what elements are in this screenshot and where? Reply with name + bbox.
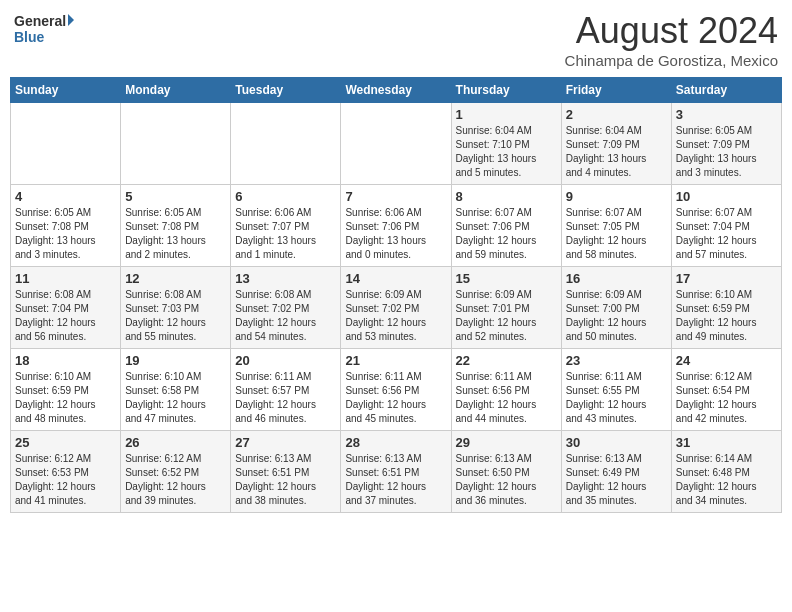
table-cell: 20Sunrise: 6:11 AM Sunset: 6:57 PM Dayli… <box>231 349 341 431</box>
day-number: 4 <box>15 189 116 204</box>
day-number: 27 <box>235 435 336 450</box>
cell-info: Sunrise: 6:09 AM Sunset: 7:02 PM Dayligh… <box>345 288 446 344</box>
svg-text:Blue: Blue <box>14 29 45 45</box>
day-number: 18 <box>15 353 116 368</box>
cell-info: Sunrise: 6:13 AM Sunset: 6:50 PM Dayligh… <box>456 452 557 508</box>
weekday-header-saturday: Saturday <box>671 78 781 103</box>
day-number: 19 <box>125 353 226 368</box>
day-number: 23 <box>566 353 667 368</box>
table-cell: 23Sunrise: 6:11 AM Sunset: 6:55 PM Dayli… <box>561 349 671 431</box>
cell-info: Sunrise: 6:11 AM Sunset: 6:57 PM Dayligh… <box>235 370 336 426</box>
cell-info: Sunrise: 6:09 AM Sunset: 7:00 PM Dayligh… <box>566 288 667 344</box>
table-cell: 7Sunrise: 6:06 AM Sunset: 7:06 PM Daylig… <box>341 185 451 267</box>
day-number: 17 <box>676 271 777 286</box>
calendar-table: SundayMondayTuesdayWednesdayThursdayFrid… <box>10 77 782 513</box>
table-cell: 9Sunrise: 6:07 AM Sunset: 7:05 PM Daylig… <box>561 185 671 267</box>
cell-info: Sunrise: 6:12 AM Sunset: 6:53 PM Dayligh… <box>15 452 116 508</box>
table-cell: 2Sunrise: 6:04 AM Sunset: 7:09 PM Daylig… <box>561 103 671 185</box>
table-cell <box>121 103 231 185</box>
cell-info: Sunrise: 6:13 AM Sunset: 6:51 PM Dayligh… <box>235 452 336 508</box>
cell-info: Sunrise: 6:10 AM Sunset: 6:59 PM Dayligh… <box>676 288 777 344</box>
cell-info: Sunrise: 6:05 AM Sunset: 7:09 PM Dayligh… <box>676 124 777 180</box>
day-number: 6 <box>235 189 336 204</box>
cell-info: Sunrise: 6:04 AM Sunset: 7:09 PM Dayligh… <box>566 124 667 180</box>
table-cell: 15Sunrise: 6:09 AM Sunset: 7:01 PM Dayli… <box>451 267 561 349</box>
table-cell: 29Sunrise: 6:13 AM Sunset: 6:50 PM Dayli… <box>451 431 561 513</box>
cell-info: Sunrise: 6:06 AM Sunset: 7:06 PM Dayligh… <box>345 206 446 262</box>
cell-info: Sunrise: 6:08 AM Sunset: 7:02 PM Dayligh… <box>235 288 336 344</box>
day-number: 20 <box>235 353 336 368</box>
table-cell: 18Sunrise: 6:10 AM Sunset: 6:59 PM Dayli… <box>11 349 121 431</box>
table-cell: 10Sunrise: 6:07 AM Sunset: 7:04 PM Dayli… <box>671 185 781 267</box>
cell-info: Sunrise: 6:08 AM Sunset: 7:03 PM Dayligh… <box>125 288 226 344</box>
table-cell: 8Sunrise: 6:07 AM Sunset: 7:06 PM Daylig… <box>451 185 561 267</box>
table-cell: 26Sunrise: 6:12 AM Sunset: 6:52 PM Dayli… <box>121 431 231 513</box>
weekday-header-sunday: Sunday <box>11 78 121 103</box>
weekday-header-wednesday: Wednesday <box>341 78 451 103</box>
cell-info: Sunrise: 6:07 AM Sunset: 7:04 PM Dayligh… <box>676 206 777 262</box>
cell-info: Sunrise: 6:08 AM Sunset: 7:04 PM Dayligh… <box>15 288 116 344</box>
day-number: 24 <box>676 353 777 368</box>
day-number: 3 <box>676 107 777 122</box>
cell-info: Sunrise: 6:11 AM Sunset: 6:56 PM Dayligh… <box>456 370 557 426</box>
table-cell: 28Sunrise: 6:13 AM Sunset: 6:51 PM Dayli… <box>341 431 451 513</box>
day-number: 7 <box>345 189 446 204</box>
table-cell <box>231 103 341 185</box>
table-cell <box>341 103 451 185</box>
day-number: 26 <box>125 435 226 450</box>
table-cell <box>11 103 121 185</box>
table-cell: 24Sunrise: 6:12 AM Sunset: 6:54 PM Dayli… <box>671 349 781 431</box>
day-number: 13 <box>235 271 336 286</box>
table-cell: 3Sunrise: 6:05 AM Sunset: 7:09 PM Daylig… <box>671 103 781 185</box>
day-number: 1 <box>456 107 557 122</box>
day-number: 2 <box>566 107 667 122</box>
day-number: 15 <box>456 271 557 286</box>
day-number: 14 <box>345 271 446 286</box>
week-row-1: 1Sunrise: 6:04 AM Sunset: 7:10 PM Daylig… <box>11 103 782 185</box>
cell-info: Sunrise: 6:12 AM Sunset: 6:52 PM Dayligh… <box>125 452 226 508</box>
day-number: 25 <box>15 435 116 450</box>
table-cell: 13Sunrise: 6:08 AM Sunset: 7:02 PM Dayli… <box>231 267 341 349</box>
svg-marker-1 <box>68 14 74 26</box>
week-row-5: 25Sunrise: 6:12 AM Sunset: 6:53 PM Dayli… <box>11 431 782 513</box>
table-cell: 4Sunrise: 6:05 AM Sunset: 7:08 PM Daylig… <box>11 185 121 267</box>
cell-info: Sunrise: 6:07 AM Sunset: 7:06 PM Dayligh… <box>456 206 557 262</box>
cell-info: Sunrise: 6:13 AM Sunset: 6:51 PM Dayligh… <box>345 452 446 508</box>
table-cell: 19Sunrise: 6:10 AM Sunset: 6:58 PM Dayli… <box>121 349 231 431</box>
day-number: 10 <box>676 189 777 204</box>
page-header: General Blue August 2024 Chinampa de Gor… <box>10 10 782 69</box>
title-block: August 2024 Chinampa de Gorostiza, Mexic… <box>565 10 778 69</box>
weekday-header-friday: Friday <box>561 78 671 103</box>
cell-info: Sunrise: 6:05 AM Sunset: 7:08 PM Dayligh… <box>125 206 226 262</box>
table-cell: 27Sunrise: 6:13 AM Sunset: 6:51 PM Dayli… <box>231 431 341 513</box>
cell-info: Sunrise: 6:10 AM Sunset: 6:59 PM Dayligh… <box>15 370 116 426</box>
calendar-header: SundayMondayTuesdayWednesdayThursdayFrid… <box>11 78 782 103</box>
table-cell: 11Sunrise: 6:08 AM Sunset: 7:04 PM Dayli… <box>11 267 121 349</box>
table-cell: 5Sunrise: 6:05 AM Sunset: 7:08 PM Daylig… <box>121 185 231 267</box>
table-cell: 21Sunrise: 6:11 AM Sunset: 6:56 PM Dayli… <box>341 349 451 431</box>
table-cell: 30Sunrise: 6:13 AM Sunset: 6:49 PM Dayli… <box>561 431 671 513</box>
day-number: 29 <box>456 435 557 450</box>
table-cell: 12Sunrise: 6:08 AM Sunset: 7:03 PM Dayli… <box>121 267 231 349</box>
location-subtitle: Chinampa de Gorostiza, Mexico <box>565 52 778 69</box>
cell-info: Sunrise: 6:10 AM Sunset: 6:58 PM Dayligh… <box>125 370 226 426</box>
table-cell: 14Sunrise: 6:09 AM Sunset: 7:02 PM Dayli… <box>341 267 451 349</box>
logo-icon: General Blue <box>14 10 74 50</box>
cell-info: Sunrise: 6:05 AM Sunset: 7:08 PM Dayligh… <box>15 206 116 262</box>
weekday-header-monday: Monday <box>121 78 231 103</box>
week-row-3: 11Sunrise: 6:08 AM Sunset: 7:04 PM Dayli… <box>11 267 782 349</box>
table-cell: 17Sunrise: 6:10 AM Sunset: 6:59 PM Dayli… <box>671 267 781 349</box>
table-cell: 1Sunrise: 6:04 AM Sunset: 7:10 PM Daylig… <box>451 103 561 185</box>
month-year-title: August 2024 <box>565 10 778 52</box>
day-number: 22 <box>456 353 557 368</box>
cell-info: Sunrise: 6:11 AM Sunset: 6:56 PM Dayligh… <box>345 370 446 426</box>
table-cell: 16Sunrise: 6:09 AM Sunset: 7:00 PM Dayli… <box>561 267 671 349</box>
logo: General Blue <box>14 10 74 50</box>
day-number: 9 <box>566 189 667 204</box>
day-number: 5 <box>125 189 226 204</box>
day-number: 30 <box>566 435 667 450</box>
weekday-header-tuesday: Tuesday <box>231 78 341 103</box>
calendar-body: 1Sunrise: 6:04 AM Sunset: 7:10 PM Daylig… <box>11 103 782 513</box>
table-cell: 25Sunrise: 6:12 AM Sunset: 6:53 PM Dayli… <box>11 431 121 513</box>
cell-info: Sunrise: 6:12 AM Sunset: 6:54 PM Dayligh… <box>676 370 777 426</box>
